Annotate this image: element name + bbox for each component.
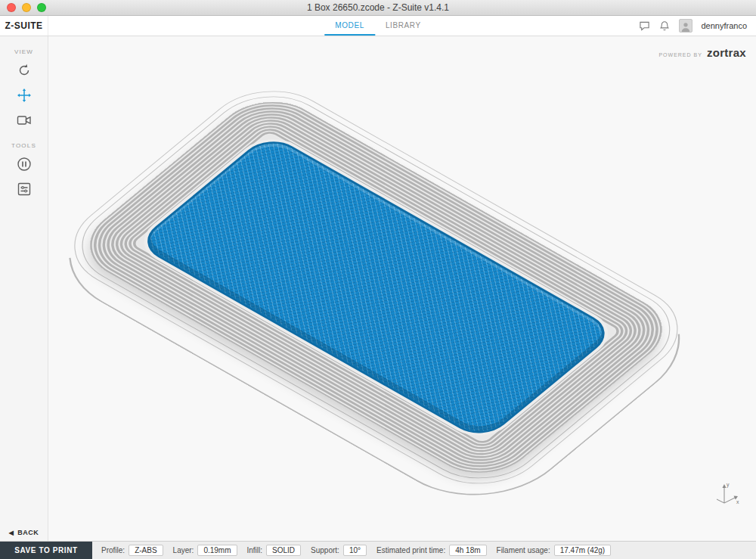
field-filament-usage-label: Filament usage: [497, 546, 550, 554]
minimize-button[interactable] [22, 3, 31, 12]
window-titlebar: 1 Box 26650.zcode - Z-Suite v1.4.1 [0, 0, 756, 16]
window-controls [7, 3, 46, 12]
model-settings-icon[interactable] [12, 179, 36, 199]
app-header: Z-SUITE MODEL LIBRARY dennyfranco [0, 16, 756, 36]
back-button[interactable]: ◀ BACK [0, 524, 48, 541]
sliced-model[interactable] [68, 87, 684, 488]
axis-gizmo: y x [708, 479, 741, 511]
back-label: BACK [17, 529, 39, 536]
field-filament-usage-value: 17.47m (42g) [554, 545, 611, 556]
camera-icon[interactable] [12, 110, 36, 130]
field-layer-label: Layer: [173, 546, 194, 554]
field-support-label: Support: [311, 546, 339, 554]
tab-model[interactable]: MODEL [324, 16, 375, 36]
field-layer: Layer: 0.19mm [173, 545, 237, 556]
main-tabs: MODEL LIBRARY [324, 16, 431, 36]
view-section-label: VIEW [14, 48, 33, 55]
field-support: Support: 10° [311, 545, 367, 556]
print-summary-fields: Profile: Z-ABS Layer: 0.19mm Infill: SOL… [101, 545, 611, 556]
powered-by-brand: POWERED BY zortrax [658, 46, 746, 59]
powered-by-label: POWERED BY [658, 52, 702, 57]
pause-icon[interactable] [12, 154, 36, 174]
left-toolbar: VIEW TOOLS ◀ BACK [0, 36, 48, 541]
avatar-icon[interactable] [679, 19, 692, 33]
rotate-icon[interactable] [12, 61, 36, 80]
field-layer-value: 0.19mm [197, 545, 237, 556]
message-icon[interactable] [638, 20, 650, 32]
viewport-3d[interactable]: POWERED BY zortrax y x [48, 36, 756, 541]
field-profile-value: Z-ABS [129, 545, 163, 556]
field-infill: Infill: SOLID [247, 545, 302, 556]
field-print-time: Estimated print time: 4h 18m [376, 545, 487, 556]
close-button[interactable] [7, 3, 16, 12]
back-arrow-icon: ◀ [9, 529, 14, 536]
bell-icon[interactable] [658, 20, 671, 32]
field-profile-label: Profile: [101, 546, 125, 554]
header-right: dennyfranco [638, 16, 756, 36]
zsuite-logo: Z-SUITE [0, 16, 48, 36]
window-title: 1 Box 26650.zcode - Z-Suite v1.4.1 [307, 2, 449, 13]
field-print-time-value: 4h 18m [449, 545, 486, 556]
move-icon[interactable] [12, 85, 36, 105]
zortrax-brand-logo: zortrax [707, 46, 746, 59]
field-support-value: 10° [343, 545, 367, 556]
axis-y-label: y [727, 482, 730, 488]
field-profile: Profile: Z-ABS [101, 545, 163, 556]
tab-library[interactable]: LIBRARY [375, 16, 432, 36]
field-filament-usage: Filament usage: 17.47m (42g) [497, 545, 612, 556]
zoom-button[interactable] [37, 3, 46, 12]
axis-x-label: x [736, 499, 739, 505]
save-to-print-button[interactable]: SAVE TO PRINT [0, 542, 92, 559]
status-bar: SAVE TO PRINT Profile: Z-ABS Layer: 0.19… [0, 541, 756, 559]
field-infill-label: Infill: [247, 546, 263, 554]
field-print-time-label: Estimated print time: [376, 546, 445, 554]
tools-section-label: TOOLS [11, 142, 36, 149]
main-area: VIEW TOOLS ◀ BACK POWERED BY zortrax [0, 36, 756, 541]
username[interactable]: dennyfranco [701, 21, 747, 30]
field-infill-value: SOLID [266, 545, 301, 556]
